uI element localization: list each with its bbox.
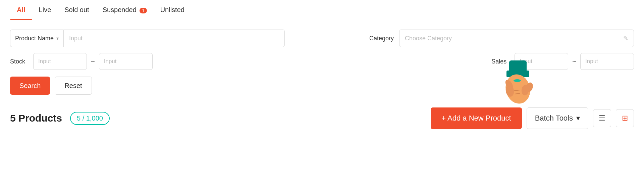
stock-min-input[interactable] [33, 53, 87, 70]
stock-label: Stock [10, 58, 25, 65]
product-name-dropdown[interactable]: Product Name ▾ [10, 30, 63, 47]
products-count: 5 Products [10, 113, 62, 124]
sales-range-separator: ~ [572, 58, 576, 65]
grid-view-icon: ⊞ [622, 114, 628, 123]
product-name-input[interactable] [63, 30, 285, 47]
list-view-icon: ☰ [599, 114, 605, 123]
category-group: Category ✎ [325, 30, 634, 47]
chevron-down-icon: ▾ [56, 36, 59, 41]
batch-tools-label: Batch Tools [535, 114, 573, 123]
product-name-group: Product Name ▾ [10, 30, 319, 47]
quota-badge: 5 / 1,000 [70, 112, 110, 125]
stock-max-input[interactable] [99, 53, 153, 70]
sales-label: Sales [491, 58, 506, 65]
search-button[interactable]: Search [10, 77, 50, 95]
stock-group: Stock ~ [10, 53, 322, 70]
stock-range-separator: ~ [91, 58, 95, 65]
category-label: Category [369, 35, 394, 42]
sales-min-input[interactable] [515, 53, 568, 70]
view-list-button[interactable]: ☰ [593, 109, 611, 127]
batch-tools-chevron-icon: ▾ [576, 114, 580, 123]
action-buttons-row: Search Reset [10, 77, 634, 95]
edit-icon[interactable]: ✎ [623, 35, 628, 42]
tab-unlisted[interactable]: Unlisted [154, 0, 191, 20]
tab-suspended[interactable]: Suspended 1 [96, 0, 154, 20]
batch-tools-button[interactable]: Batch Tools ▾ [527, 107, 588, 129]
category-input[interactable] [405, 35, 623, 42]
view-grid-button[interactable]: ⊞ [616, 109, 634, 127]
page-container: All Live Sold out Suspended 1 Unlisted P… [0, 0, 644, 179]
tabs-bar: All Live Sold out Suspended 1 Unlisted [7, 0, 637, 20]
suspended-badge: 1 [140, 8, 147, 13]
filter-row-1: Product Name ▾ Category ✎ [10, 30, 634, 47]
tab-sold-out[interactable]: Sold out [58, 0, 96, 20]
category-input-wrapper: ✎ [399, 30, 634, 47]
bottom-left: 5 Products 5 / 1,000 [10, 112, 110, 125]
product-name-label: Product Name [15, 35, 54, 42]
sales-group: Sales ~ [322, 53, 634, 70]
add-product-button[interactable]: + Add a New Product [431, 107, 522, 129]
reset-button[interactable]: Reset [55, 77, 92, 95]
filter-section: Product Name ▾ Category ✎ Stock ~ [7, 30, 637, 95]
sales-max-input[interactable] [580, 53, 634, 70]
bottom-bar: 5 Products 5 / 1,000 [7, 104, 637, 129]
bottom-right: + Add a New Product Batch Tools ▾ ☰ ⊞ [431, 107, 634, 129]
tab-live[interactable]: Live [32, 0, 58, 20]
tab-all[interactable]: All [10, 0, 32, 20]
filter-row-2: Stock ~ Sales ~ [10, 53, 634, 70]
